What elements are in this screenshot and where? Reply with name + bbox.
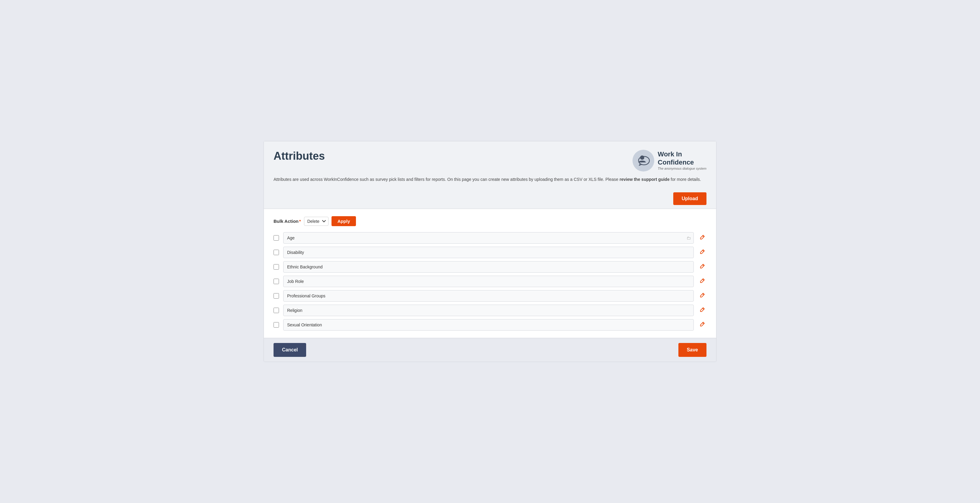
edit-button-disability[interactable]	[698, 249, 706, 256]
attr-input-wrapper-disability	[283, 247, 694, 258]
logo-circle	[633, 150, 654, 172]
edit-button-sexual-orientation[interactable]	[698, 321, 706, 329]
edit-button-religion[interactable]	[698, 307, 706, 314]
table-row	[274, 247, 706, 258]
attr-input-wrapper-professional-groups	[283, 290, 694, 302]
person-chat-icon	[636, 153, 651, 169]
save-button[interactable]: Save	[678, 343, 706, 357]
attr-checkbox-religion[interactable]	[274, 308, 279, 313]
attr-checkbox-ethnic-background[interactable]	[274, 264, 279, 270]
edit-button-ethnic-background[interactable]	[698, 263, 706, 271]
apply-button[interactable]: Apply	[331, 216, 356, 226]
header-top: Attributes	[274, 150, 706, 172]
main-card: Attributes	[264, 141, 716, 362]
attr-checkbox-disability[interactable]	[274, 250, 279, 255]
cancel-button[interactable]: Cancel	[274, 343, 306, 357]
edit-button-professional-groups[interactable]	[698, 292, 706, 300]
delete-icon-age: 🗀	[687, 236, 691, 240]
attr-checkbox-job-role[interactable]	[274, 279, 279, 284]
attr-checkbox-professional-groups[interactable]	[274, 293, 279, 299]
attr-checkbox-age[interactable]	[274, 235, 279, 240]
bulk-action-row: Bulk Action* Delete Apply	[274, 216, 706, 226]
bulk-action-select[interactable]: Delete	[304, 217, 328, 226]
table-row: 🗀	[274, 232, 706, 244]
attr-input-disability[interactable]	[283, 247, 694, 258]
page-title: Attributes	[274, 150, 325, 162]
description: Attributes are used across WorkInConfide…	[274, 176, 706, 183]
attr-input-job-role[interactable]	[283, 275, 694, 287]
attr-input-wrapper-age: 🗀	[283, 232, 694, 244]
edit-button-job-role[interactable]	[698, 278, 706, 285]
attr-input-wrapper-religion	[283, 305, 694, 316]
table-row	[274, 319, 706, 331]
header-section: Attributes	[264, 141, 716, 189]
edit-button-age[interactable]	[698, 234, 706, 242]
content-section: Bulk Action* Delete Apply 🗀	[264, 209, 716, 338]
attr-input-wrapper-job-role	[283, 275, 694, 287]
attribute-list: 🗀	[274, 232, 706, 331]
upload-button[interactable]: Upload	[673, 192, 706, 205]
attr-input-wrapper-ethnic-background	[283, 261, 694, 273]
attr-checkbox-sexual-orientation[interactable]	[274, 322, 279, 328]
table-row	[274, 290, 706, 302]
attr-input-ethnic-background[interactable]	[283, 261, 694, 273]
svg-point-1	[640, 156, 644, 160]
attr-input-wrapper-sexual-orientation	[283, 319, 694, 331]
attr-input-professional-groups[interactable]	[283, 290, 694, 302]
table-row	[274, 275, 706, 287]
table-row	[274, 261, 706, 273]
brand-name: Work InConfidence	[658, 150, 706, 166]
upload-row: Upload	[264, 189, 716, 209]
attr-input-age[interactable]	[283, 232, 694, 244]
brand-sub: The anonymous dialogue system	[658, 166, 706, 170]
attr-input-religion[interactable]	[283, 305, 694, 316]
required-star: *	[299, 219, 301, 224]
page-wrapper: Attributes	[264, 141, 716, 362]
table-row	[274, 305, 706, 316]
logo-text: Work InConfidence The anonymous dialogue…	[658, 150, 706, 170]
logo-area: Work InConfidence The anonymous dialogue…	[633, 150, 706, 172]
footer-section: Cancel Save	[264, 338, 716, 362]
bulk-action-label: Bulk Action*	[274, 219, 301, 224]
attr-input-sexual-orientation[interactable]	[283, 319, 694, 331]
